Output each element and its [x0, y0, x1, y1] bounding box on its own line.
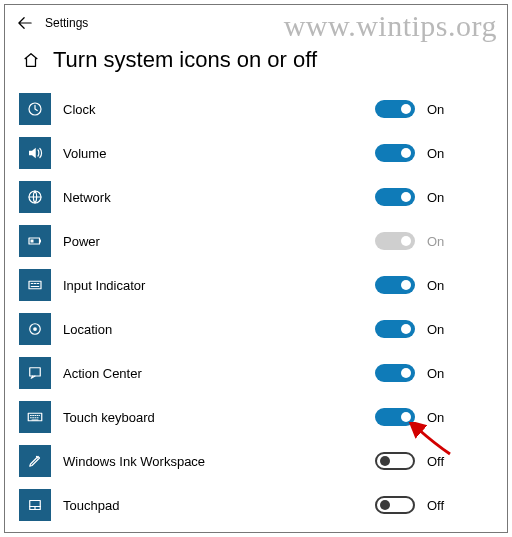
toggle-state-label-network: On: [427, 190, 444, 205]
setting-label-ink-workspace: Windows Ink Workspace: [63, 454, 375, 469]
toggle-knob: [401, 192, 411, 202]
toggle-knob: [401, 412, 411, 422]
setting-label-volume: Volume: [63, 146, 375, 161]
toggle-column: Off: [375, 496, 493, 514]
setting-row-clock: ClockOn: [19, 87, 493, 131]
home-icon: [22, 51, 40, 69]
toggle-state-label-action-center: On: [427, 366, 444, 381]
page-title: Turn system icons on or off: [53, 47, 317, 73]
toggle-volume[interactable]: [375, 144, 415, 162]
setting-label-location: Location: [63, 322, 375, 337]
volume-icon: [19, 137, 51, 169]
toggle-column: On: [375, 232, 493, 250]
setting-label-action-center: Action Center: [63, 366, 375, 381]
toggle-knob: [401, 236, 411, 246]
svg-rect-3: [40, 240, 42, 243]
svg-rect-8: [30, 368, 41, 376]
toggle-state-label-clock: On: [427, 102, 444, 117]
battery-icon: [19, 225, 51, 257]
setting-label-touchpad: Touchpad: [63, 498, 375, 513]
setting-label-touch-keyboard: Touch keyboard: [63, 410, 375, 425]
svg-point-7: [33, 327, 37, 331]
touchpad-icon: [19, 489, 51, 521]
toggle-ink-workspace[interactable]: [375, 452, 415, 470]
svg-rect-5: [29, 281, 41, 289]
toggle-state-label-touch-keyboard: On: [427, 410, 444, 425]
toggle-state-label-volume: On: [427, 146, 444, 161]
setting-row-volume: VolumeOn: [19, 131, 493, 175]
app-title: Settings: [45, 16, 88, 30]
svg-rect-4: [31, 240, 34, 243]
input-indicator-icon: [19, 269, 51, 301]
toggle-knob: [401, 324, 411, 334]
toggle-action-center[interactable]: [375, 364, 415, 382]
setting-label-power: Power: [63, 234, 375, 249]
settings-list: ClockOnVolumeOnNetworkOnPowerOnInput Ind…: [5, 87, 507, 535]
clock-icon: [19, 93, 51, 125]
toggle-touch-keyboard[interactable]: [375, 408, 415, 426]
toggle-column: On: [375, 408, 493, 426]
setting-row-ink-workspace: Windows Ink WorkspaceOff: [19, 439, 493, 483]
toggle-knob: [380, 456, 390, 466]
keyboard-icon: [19, 401, 51, 433]
toggle-column: On: [375, 364, 493, 382]
title-bar: Settings: [5, 5, 507, 41]
toggle-column: On: [375, 188, 493, 206]
toggle-knob: [401, 280, 411, 290]
globe-icon: [19, 181, 51, 213]
toggle-column: On: [375, 100, 493, 118]
toggle-clock[interactable]: [375, 100, 415, 118]
toggle-location[interactable]: [375, 320, 415, 338]
toggle-knob: [401, 368, 411, 378]
toggle-column: On: [375, 144, 493, 162]
back-button[interactable]: [13, 11, 37, 35]
setting-label-network: Network: [63, 190, 375, 205]
toggle-input-indicator[interactable]: [375, 276, 415, 294]
setting-row-network: NetworkOn: [19, 175, 493, 219]
toggle-state-label-touchpad: Off: [427, 498, 444, 513]
toggle-state-label-ink-workspace: Off: [427, 454, 444, 469]
back-arrow-icon: [18, 16, 32, 30]
home-button[interactable]: [19, 48, 43, 72]
setting-row-location: LocationOn: [19, 307, 493, 351]
setting-row-touch-keyboard: Touch keyboardOn: [19, 395, 493, 439]
location-icon: [19, 313, 51, 345]
toggle-knob: [401, 104, 411, 114]
toggle-state-label-power: On: [427, 234, 444, 249]
setting-label-input-indicator: Input Indicator: [63, 278, 375, 293]
setting-row-touchpad: TouchpadOff: [19, 483, 493, 527]
toggle-column: On: [375, 276, 493, 294]
setting-row-input-indicator: Input IndicatorOn: [19, 263, 493, 307]
setting-row-power: PowerOn: [19, 219, 493, 263]
action-center-icon: [19, 357, 51, 389]
pen-icon: [19, 445, 51, 477]
toggle-column: Off: [375, 452, 493, 470]
toggle-network[interactable]: [375, 188, 415, 206]
toggle-knob: [380, 500, 390, 510]
toggle-power: [375, 232, 415, 250]
toggle-knob: [401, 148, 411, 158]
setting-row-action-center: Action CenterOn: [19, 351, 493, 395]
toggle-column: On: [375, 320, 493, 338]
setting-label-clock: Clock: [63, 102, 375, 117]
toggle-state-label-location: On: [427, 322, 444, 337]
toggle-touchpad[interactable]: [375, 496, 415, 514]
toggle-state-label-input-indicator: On: [427, 278, 444, 293]
